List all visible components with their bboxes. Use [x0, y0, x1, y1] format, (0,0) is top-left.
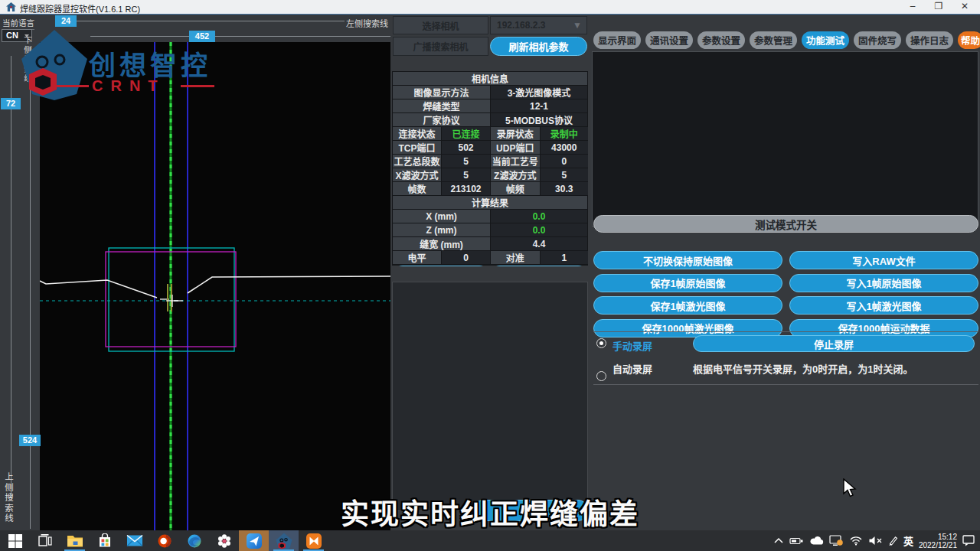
tab-1[interactable]: 显示界面	[593, 31, 641, 49]
function-button-7[interactable]: 保存1000帧激光图像	[593, 319, 782, 337]
task-view-button[interactable]	[30, 530, 60, 551]
tab-2[interactable]: 通讯设置	[645, 31, 693, 49]
app-icon	[6, 2, 16, 14]
info-value: 12-1	[491, 99, 587, 112]
bandicam-app-icon[interactable]	[299, 530, 328, 551]
right-search-slider-track[interactable]	[57, 21, 345, 21]
function-display-panel	[592, 51, 978, 227]
function-button-2[interactable]: 写入RAW文件	[789, 251, 978, 269]
tray-pen-icon[interactable]	[887, 536, 898, 546]
info-value: 5	[442, 168, 490, 181]
calc-label: 对准	[491, 251, 540, 264]
stop-record-button[interactable]: 停止录屏	[693, 335, 975, 352]
function-button-3[interactable]: 保存1帧原始图像	[593, 274, 782, 292]
info-value: 5-MODBUS协议	[491, 113, 587, 126]
edge-browser-icon[interactable]	[179, 530, 209, 551]
info-value: 3-激光图像模式	[491, 86, 587, 99]
broadcast-search-button[interactable]: 广播搜索相机	[393, 37, 488, 56]
function-button-5[interactable]: 保存1帧激光图像	[593, 296, 782, 315]
tray-clock[interactable]: 15:12 2022/12/21	[919, 533, 957, 549]
info-label: 焊缝类型	[393, 99, 490, 112]
info-label: 录屏状态	[491, 127, 540, 140]
info-value: 0	[541, 155, 589, 168]
tray-battery-icon[interactable]	[789, 536, 804, 546]
tray-date: 2022/12/21	[919, 541, 957, 549]
info-label: 帧数	[393, 182, 441, 195]
tray-input-language-indicator[interactable]: 英	[903, 533, 913, 548]
tab-8[interactable]: 帮助	[958, 31, 980, 49]
info-label: 图像显示方法	[393, 86, 490, 99]
camera-view	[40, 42, 390, 545]
start-button[interactable]	[0, 530, 30, 551]
logo-dash-right	[181, 85, 214, 87]
function-button-8[interactable]: 保存1000帧运动数据	[789, 319, 978, 337]
function-button-4[interactable]: 写入1帧原始图像	[789, 274, 978, 292]
tab-4[interactable]: 参数管理	[750, 31, 797, 49]
left-search-label: 左侧搜索线	[346, 17, 388, 29]
calc-label: 缝宽 (mm)	[393, 237, 490, 250]
divider-line-2	[593, 384, 978, 385]
right-search-slider-handle[interactable]: 24	[55, 15, 77, 27]
left-search-slider-handle[interactable]: 452	[189, 31, 215, 42]
divider-line	[593, 331, 978, 332]
tab-7[interactable]: 操作日志	[906, 31, 953, 49]
camera-ip-dropdown[interactable]: 192.168.2.3 ▼	[490, 16, 587, 34]
auto-record-label: 自动录屏	[612, 361, 652, 376]
info-value: 43000	[541, 141, 589, 154]
tray-display-notification-icon[interactable]	[829, 535, 844, 546]
camera-overlay-graphics	[40, 42, 390, 545]
maximize-button[interactable]: ❐	[928, 0, 949, 14]
empty-status-panel	[392, 282, 588, 511]
camera-info-header: 相机信息	[393, 72, 587, 85]
office-app-icon[interactable]	[149, 530, 179, 551]
tray-onedrive-cloud-icon[interactable]	[809, 536, 824, 546]
file-explorer-icon[interactable]	[60, 530, 90, 551]
language-value: CN	[6, 31, 18, 40]
calc-result-header: 计算结果	[393, 196, 587, 209]
tray-chevron-up-icon[interactable]	[773, 536, 784, 546]
microsoft-store-icon[interactable]	[90, 530, 119, 551]
tray-wifi-icon[interactable]	[849, 536, 863, 546]
close-button[interactable]: ✕	[954, 0, 975, 14]
calc-value: 0	[442, 251, 490, 264]
function-button-1[interactable]: 不切换保持原始图像	[593, 251, 782, 269]
tray-action-center-icon[interactable]	[962, 535, 975, 546]
function-button-6[interactable]: 写入1帧激光图像	[789, 296, 978, 315]
mail-app-icon[interactable]	[119, 530, 149, 551]
auto-record-description: 根据电平信号开关录屏，为0时开启，为1时关闭。	[693, 361, 913, 376]
tab-3[interactable]: 参数设置	[697, 31, 745, 49]
auto-record-radio[interactable]	[596, 371, 606, 381]
language-label: 当前语言	[2, 17, 34, 30]
capture-app-icon[interactable]	[239, 530, 269, 551]
info-label: TCP端口	[393, 141, 441, 154]
nav-tabs: 显示界面通讯设置参数设置参数管理功能测试固件烧写操作日志帮助	[593, 31, 978, 49]
select-camera-button[interactable]: 选择相机	[393, 16, 488, 34]
info-value: 213102	[442, 182, 490, 195]
refresh-camera-params-button[interactable]: 刷新相机参数	[490, 37, 587, 56]
top-search-slider-track[interactable]	[11, 56, 11, 500]
bottom-search-slider-handle[interactable]: 524	[19, 435, 41, 446]
calc-value: 4.4	[491, 237, 587, 250]
function-button-grid: 不切换保持原始图像写入RAW文件保存1帧原始图像写入1帧原始图像保存1帧激光图像…	[593, 251, 978, 337]
logo-dash-left	[55, 85, 89, 87]
minimize-button[interactable]: –	[902, 0, 923, 14]
info-value: 30.3	[541, 182, 589, 195]
camera-ip-value: 192.168.2.3	[497, 20, 545, 31]
calc-label: Z (mm)	[393, 223, 490, 236]
laser-profile-left	[40, 280, 157, 298]
tab-5[interactable]: 功能测试	[802, 31, 849, 49]
info-value: 5	[541, 168, 589, 181]
tab-6[interactable]: 固件烧写	[854, 31, 901, 49]
top-search-slider-handle[interactable]: 72	[1, 98, 21, 109]
tray-volume-muted-icon[interactable]	[868, 536, 882, 546]
recorder-app-icon[interactable]	[209, 530, 239, 551]
mouse-cursor	[842, 478, 859, 498]
bottom-search-slider-track[interactable]	[30, 47, 31, 529]
brand-logo: 创想智控 CRNT	[21, 30, 251, 106]
crnt-app-icon[interactable]	[269, 530, 299, 551]
calc-label: X (mm)	[393, 210, 490, 223]
calc-value: 0.0	[491, 223, 587, 236]
manual-record-radio[interactable]	[596, 338, 606, 348]
window-title: 焊缝跟踪器显控软件(V1.6.1 RC)	[20, 2, 140, 15]
test-mode-switch-button[interactable]: 测试模式开关	[593, 215, 978, 233]
